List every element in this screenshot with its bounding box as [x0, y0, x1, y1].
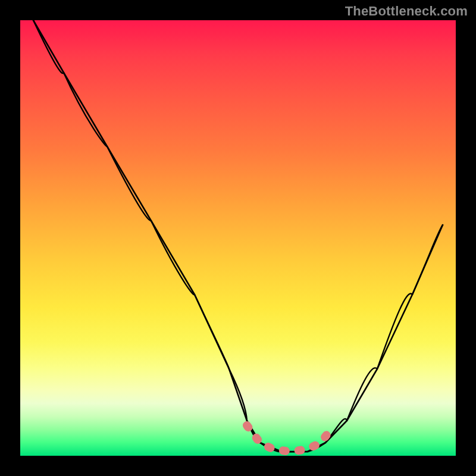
watermark-text: TheBottleneck.com: [345, 4, 468, 19]
plot-area: [20, 20, 456, 456]
chart-frame: TheBottleneck.com: [0, 0, 476, 476]
optimal-zone-marker: [247, 425, 334, 452]
curve-layer: [20, 20, 456, 456]
bottleneck-curve: [33, 20, 443, 452]
